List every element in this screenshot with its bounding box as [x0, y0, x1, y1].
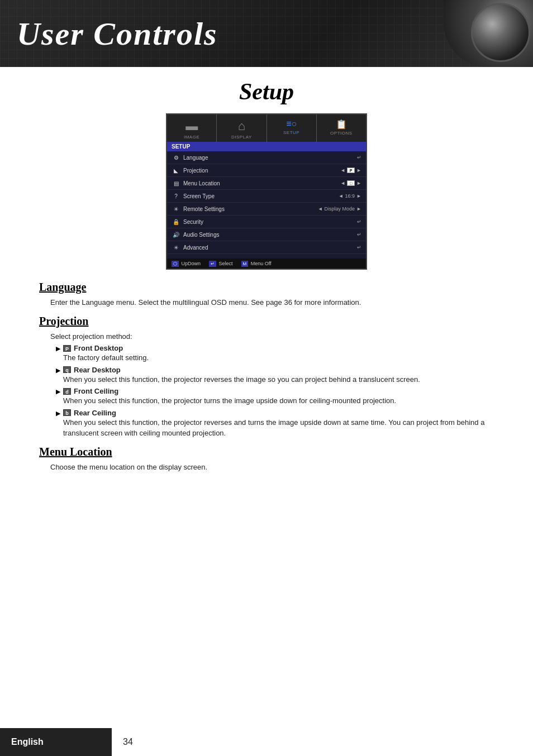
- lens-decoration: [444, 0, 533, 67]
- updown-indicator: ⬡ UpDown: [172, 261, 201, 266]
- bullet-content4: b Rear Ceiling When you select this func…: [63, 409, 494, 439]
- bullet-content2: q Rear Desktop When you select this func…: [63, 366, 494, 385]
- front-ceiling-desc: When you select this function, the proje…: [63, 395, 494, 406]
- language-row-label: Language: [183, 155, 357, 161]
- bullet-title4: b Rear Ceiling: [63, 409, 494, 417]
- footer-language: English: [0, 728, 112, 756]
- osd-tab-options[interactable]: 📋 OPTIONS: [317, 114, 366, 142]
- osd-row-security[interactable]: 🔒 Security ↵: [167, 216, 366, 228]
- screen-type-value: 16:9: [345, 193, 355, 199]
- left-arrow2-icon: ◄: [340, 180, 345, 186]
- security-row-icon: 🔒: [172, 217, 180, 226]
- image-tab-label: IMAGE: [184, 135, 199, 140]
- osd-row-remote-settings[interactable]: ✳ Remote Settings ◄ Display Mode ►: [167, 203, 366, 216]
- rear-desktop-badge: q: [63, 366, 71, 373]
- left-arrow-icon: ◄: [340, 168, 345, 173]
- osd-row-audio-settings[interactable]: 🔊 Audio Settings ↵: [167, 228, 366, 241]
- menu-location-badge: □: [347, 180, 355, 186]
- audio-settings-row-value: ↵: [357, 232, 361, 237]
- osd-tab-display[interactable]: ⌂ DISPLAY: [217, 114, 266, 142]
- front-ceiling-label: Front Ceiling: [74, 387, 118, 395]
- projection-row-label: Projection: [183, 168, 340, 174]
- right-arrow3-icon: ►: [356, 193, 361, 199]
- bullet-content3: d Front Ceiling When you select this fun…: [63, 387, 494, 406]
- screen-type-row-label: Screen Type: [183, 193, 339, 199]
- bullet-content: P Front Desktop The factory default sett…: [63, 344, 494, 363]
- left-arrow3-icon: ◄: [339, 193, 344, 199]
- remote-settings-row-label: Remote Settings: [183, 206, 318, 212]
- display-tab-label: DISPLAY: [231, 135, 252, 140]
- bullet-title3: d Front Ceiling: [63, 387, 494, 395]
- projection-badge: P: [347, 168, 355, 173]
- rear-ceiling-label: Rear Ceiling: [74, 409, 116, 417]
- audio-settings-row-label: Audio Settings: [183, 232, 357, 238]
- menu-location-heading: Menu Location: [39, 446, 494, 458]
- bullet-title: P Front Desktop: [63, 344, 494, 352]
- right-arrow-icon: ►: [356, 168, 361, 173]
- screen-type-row-icon: ?: [172, 192, 180, 200]
- front-desktop-label: Front Desktop: [74, 344, 123, 352]
- main-content: Setup ▬ IMAGE ⌂ DISPLAY ≡○ SETUP 📋 OPTIO…: [0, 67, 533, 491]
- menu-location-row-icon: ▤: [172, 179, 180, 188]
- bullet-rear-desktop: ▶ q Rear Desktop When you select this fu…: [56, 366, 494, 385]
- right-arrow2-icon: ►: [356, 180, 361, 186]
- bullet-arrow2-icon: ▶: [56, 367, 60, 374]
- options-tab-label: OPTIONS: [330, 131, 353, 136]
- language-row-icon: ⚙: [172, 153, 180, 162]
- advanced-row-label: Advanced: [183, 245, 357, 251]
- options-tab-icon: 📋: [336, 119, 347, 130]
- advanced-row-value: ↵: [357, 245, 361, 250]
- security-row-value: ↵: [357, 219, 361, 224]
- menuoff-icon: M: [241, 261, 249, 267]
- bullet-front-ceiling: ▶ d Front Ceiling When you select this f…: [56, 387, 494, 406]
- osd-tab-image[interactable]: ▬ IMAGE: [167, 114, 217, 142]
- projection-row-value: ◄ P ►: [340, 168, 361, 173]
- menuoff-indicator: M Menu Off: [241, 261, 272, 266]
- bullet-front-desktop: ▶ P Front Desktop The factory default se…: [56, 344, 494, 363]
- setup-tab-icon: ≡○: [286, 119, 297, 129]
- bullet-rear-ceiling: ▶ b Rear Ceiling When you select this fu…: [56, 409, 494, 439]
- osd-row-menu-location[interactable]: ▤ Menu Location ◄ □ ►: [167, 177, 366, 190]
- updown-label: UpDown: [182, 261, 201, 266]
- image-tab-icon: ▬: [185, 119, 198, 133]
- projection-intro: Select projection method:: [50, 331, 494, 342]
- osd-row-advanced[interactable]: ✳ Advanced ↵: [167, 241, 366, 254]
- language-text: Enter the Language menu. Select the mult…: [50, 297, 494, 308]
- menu-location-text: Choose the menu location on the display …: [50, 462, 494, 473]
- setup-tab-label: SETUP: [283, 130, 299, 135]
- footer-page-number: 34: [112, 733, 144, 752]
- projection-heading: Projection: [39, 315, 494, 328]
- security-row-label: Security: [183, 219, 357, 225]
- remote-settings-row-value: ◄ Display Mode ►: [318, 206, 361, 212]
- bullet-arrow-icon: ▶: [56, 345, 60, 352]
- bullet-title2: q Rear Desktop: [63, 366, 494, 374]
- language-heading: Language: [39, 281, 494, 294]
- osd-row-language[interactable]: ⚙ Language ↵: [167, 151, 366, 164]
- screen-type-row-value: ◄ 16:9 ►: [339, 193, 361, 199]
- osd-menu: ▬ IMAGE ⌂ DISPLAY ≡○ SETUP 📋 OPTIONS SET…: [166, 113, 367, 270]
- rear-desktop-label: Rear Desktop: [74, 366, 121, 374]
- rear-desktop-desc: When you select this function, the proje…: [63, 374, 494, 385]
- display-tab-icon: ⌂: [238, 119, 245, 133]
- language-row-value: ↵: [357, 155, 361, 160]
- updown-icon: ⬡: [172, 261, 179, 267]
- select-icon: ↵: [209, 261, 216, 267]
- select-indicator: ↵ Select: [209, 261, 233, 266]
- osd-footer: ⬡ UpDown ↵ Select M Menu Off: [167, 259, 366, 269]
- menu-location-row-label: Menu Location: [183, 180, 340, 186]
- menuoff-label: Menu Off: [251, 261, 272, 266]
- header: User Controls: [0, 0, 533, 67]
- front-desktop-desc: The factory default setting.: [63, 352, 494, 363]
- select-label: Select: [219, 261, 233, 266]
- setup-title: Setup: [17, 78, 516, 105]
- page-title: User Controls: [17, 15, 218, 52]
- osd-tab-setup[interactable]: ≡○ SETUP: [267, 114, 317, 142]
- osd-row-projection[interactable]: ◣ Projection ◄ P ►: [167, 164, 366, 177]
- advanced-row-icon: ✳: [172, 243, 180, 252]
- projection-row-icon: ◣: [172, 166, 180, 175]
- osd-tabs: ▬ IMAGE ⌂ DISPLAY ≡○ SETUP 📋 OPTIONS: [167, 114, 366, 142]
- osd-row-screen-type[interactable]: ? Screen Type ◄ 16:9 ►: [167, 190, 366, 203]
- page-footer: English 34: [0, 728, 533, 756]
- menu-location-row-value: ◄ □ ►: [340, 180, 361, 186]
- left-arrow4-icon: ◄: [318, 206, 323, 212]
